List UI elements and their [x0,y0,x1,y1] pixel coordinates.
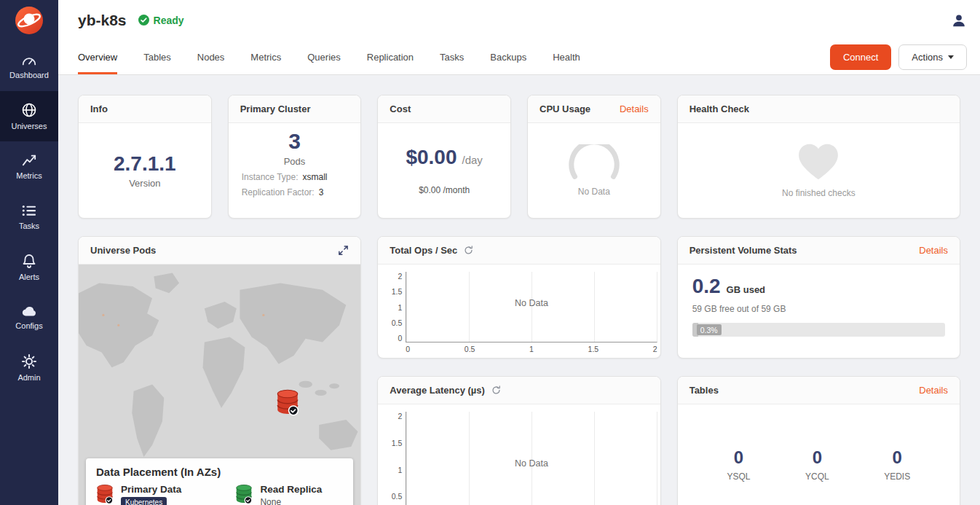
sidebar-item-configs[interactable]: Configs [0,292,58,342]
gauge-icon [566,144,623,179]
sidebar-item-tasks[interactable]: Tasks [0,192,58,242]
info-card: Info 2.7.1.1 Version [78,95,212,219]
expand-icon[interactable] [338,245,349,256]
card-title: Primary Cluster [240,103,311,114]
y-tick: 1.5 [392,287,403,296]
sidebar-item-dashboard[interactable]: Dashboard [0,41,58,91]
chevron-down-icon [948,55,954,59]
version-value: 2.7.1.1 [114,152,176,176]
volume-details-link[interactable]: Details [919,245,948,256]
card-title: Average Latency (µs) [390,385,485,396]
tab-replication[interactable]: Replication [367,40,414,74]
tab-tables[interactable]: Tables [143,40,171,74]
universe-tabbar: Overview Tables Nodes Metrics Queries Re… [58,40,980,75]
tab-queries[interactable]: Queries [307,40,341,74]
cpu-details-link[interactable]: Details [620,103,649,114]
x-tick: 1 [529,345,534,353]
tab-label: Tables [143,52,171,63]
data-placement-panel: Data Placement (In AZs) [86,458,353,505]
tab-backups[interactable]: Backups [490,40,526,74]
user-icon[interactable] [951,12,967,28]
universe-header: yb-k8s Ready [58,0,980,40]
refresh-icon[interactable] [491,385,501,395]
tables-details-link[interactable]: Details [919,385,948,396]
read-replica-value: None [260,497,322,505]
connect-button[interactable]: Connect [830,44,891,70]
average-latency-card: Average Latency (µs) 2 1.5 1 0.5 0 [377,376,660,505]
tab-label: Replication [367,52,414,63]
y-tick: 1 [398,303,402,312]
tables-card: Tables Details 0 YSQL 0 YCQL 0 YEDIS [677,376,960,505]
gb-used-label: GB used [727,284,765,295]
tab-label: Queries [307,52,341,63]
y-tick: 0 [398,334,402,342]
yugabyte-logo[interactable] [0,0,58,41]
yugabyte-logo-icon [15,6,44,35]
sidebar-item-universes[interactable]: Universes [0,91,58,141]
sidebar-item-metrics[interactable]: Metrics [0,141,58,192]
bell-icon [23,254,36,268]
tab-tasks[interactable]: Tasks [440,40,464,74]
tab-label: Health [553,52,580,63]
card-title: CPU Usage [540,103,590,114]
status-badge: Ready [138,15,184,26]
universe-pods-card: Universe Pods [78,236,361,505]
cpu-usage-card: CPU Usage Details No Data [527,95,661,219]
primary-data-marker-icon[interactable] [276,388,299,418]
refresh-icon[interactable] [464,246,473,255]
replication-factor-label: Replication Factor: [242,187,315,197]
actions-label: Actions [912,52,943,63]
tab-health[interactable]: Health [553,40,580,74]
plot-area: No Data [406,272,657,342]
ysql-stat: 0 YSQL [727,447,750,482]
sidebar-item-admin[interactable]: Admin [0,342,58,393]
x-tick: 2 [653,345,657,353]
ops-chart: 2 1.5 1 0.5 0 No Data 0 0.5 1 1.5 2 [378,265,660,358]
cpu-no-data-text: No Data [578,187,610,197]
usage-percent-badge: 0.3% [697,324,722,335]
sidebar-item-label: Alerts [19,273,39,281]
persistent-volume-card: Persistent Volume Stats Details 0.2 GB u… [677,236,960,359]
y-tick: 1 [398,466,402,474]
tab-metrics[interactable]: Metrics [250,40,281,74]
instance-type-row: Instance Type:xsmall [242,172,348,182]
card-title: Info [90,103,108,114]
tab-nodes[interactable]: Nodes [197,40,225,74]
instance-type-label: Instance Type: [242,172,299,182]
main-area: yb-k8s Ready Overview Tables Nodes Metri… [58,0,980,505]
pods-label: Pods [242,156,348,167]
cost-per-day-suffix: /day [462,154,483,166]
tab-label: Nodes [197,52,225,63]
cost-card: Cost $0.00 /day $0.00 /month [377,95,511,219]
sidebar-item-alerts[interactable]: Alerts [0,242,58,292]
universe-title: yb-k8s [78,12,127,29]
primary-cluster-card: Primary Cluster 3 Pods Instance Type:xsm… [228,95,362,219]
read-replica-label: Read Replica [260,484,322,495]
tab-label: Tasks [440,52,464,63]
usage-progress-bar: 0.3% [692,323,945,337]
metrics-icon [22,154,36,167]
sidebar-item-label: Tasks [19,222,39,230]
ycql-count: 0 [805,447,829,468]
primary-data-label: Primary Data [121,484,215,495]
ysql-count: 0 [727,447,750,468]
tab-label: Overview [78,52,117,63]
card-title: Total Ops / Sec [390,245,457,256]
data-placement-title: Data Placement (In AZs) [96,466,343,478]
actions-button[interactable]: Actions [898,44,967,70]
y-tick: 1.5 [392,439,403,447]
read-replica-entry: Read Replica None [235,484,322,505]
world-map[interactable]: Data Placement (In AZs) [79,265,360,505]
replica-database-icon [235,484,253,504]
card-title: Persistent Volume Stats [689,245,797,256]
universes-icon [22,103,36,117]
latency-no-data-text: No Data [515,458,548,469]
y-tick: 2 [398,272,402,281]
sidebar-item-label: Admin [17,373,40,382]
card-title: Cost [390,103,411,114]
yedis-count: 0 [884,447,910,468]
ops-no-data-text: No Data [515,298,548,308]
kubernetes-badge: Kubernetes [121,497,167,505]
primary-database-icon [96,484,114,504]
tab-overview[interactable]: Overview [78,40,117,74]
